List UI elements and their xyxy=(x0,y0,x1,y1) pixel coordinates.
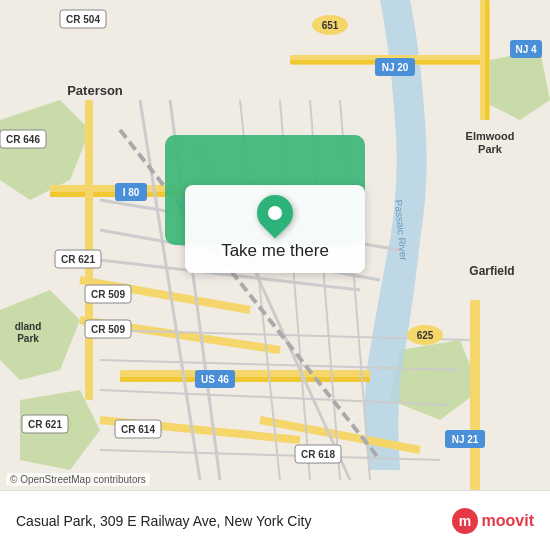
svg-text:CR 621: CR 621 xyxy=(28,419,62,430)
svg-text:CR 509: CR 509 xyxy=(91,289,125,300)
svg-rect-13 xyxy=(485,0,489,120)
svg-text:CR 504: CR 504 xyxy=(66,14,100,25)
svg-text:Park: Park xyxy=(478,143,503,155)
svg-text:Elmwood: Elmwood xyxy=(466,130,515,142)
svg-text:NJ 21: NJ 21 xyxy=(452,434,479,445)
svg-text:dland: dland xyxy=(15,321,42,332)
svg-text:CR 509: CR 509 xyxy=(91,324,125,335)
map-container: CR 504 651 NJ 20 NJ 4 CR 646 I 80 CR 621… xyxy=(0,0,550,490)
moovit-word: moovit xyxy=(482,512,534,530)
svg-text:NJ 4: NJ 4 xyxy=(515,44,537,55)
svg-text:CR 614: CR 614 xyxy=(121,424,155,435)
svg-text:I 80: I 80 xyxy=(123,187,140,198)
svg-text:CR 621: CR 621 xyxy=(61,254,95,265)
svg-text:US 46: US 46 xyxy=(201,374,229,385)
map-pin-icon xyxy=(250,188,301,239)
cta-box[interactable]: Take me there xyxy=(185,185,365,273)
moovit-icon: m xyxy=(451,507,479,535)
svg-text:CR 618: CR 618 xyxy=(301,449,335,460)
svg-text:651: 651 xyxy=(322,20,339,31)
svg-text:CR 646: CR 646 xyxy=(6,134,40,145)
cta-label: Take me there xyxy=(221,241,329,261)
svg-text:Garfield: Garfield xyxy=(469,264,514,278)
svg-text:NJ 20: NJ 20 xyxy=(382,62,409,73)
svg-rect-14 xyxy=(470,300,480,490)
map-attribution: © OpenStreetMap contributors xyxy=(6,473,150,486)
svg-text:Park: Park xyxy=(17,333,39,344)
svg-text:625: 625 xyxy=(417,330,434,341)
svg-text:Paterson: Paterson xyxy=(67,83,123,98)
location-text: Casual Park, 309 E Railway Ave, New York… xyxy=(16,513,311,529)
bottom-bar: Casual Park, 309 E Railway Ave, New York… xyxy=(0,490,550,550)
svg-text:m: m xyxy=(458,513,470,529)
moovit-logo[interactable]: m moovit xyxy=(451,507,534,535)
